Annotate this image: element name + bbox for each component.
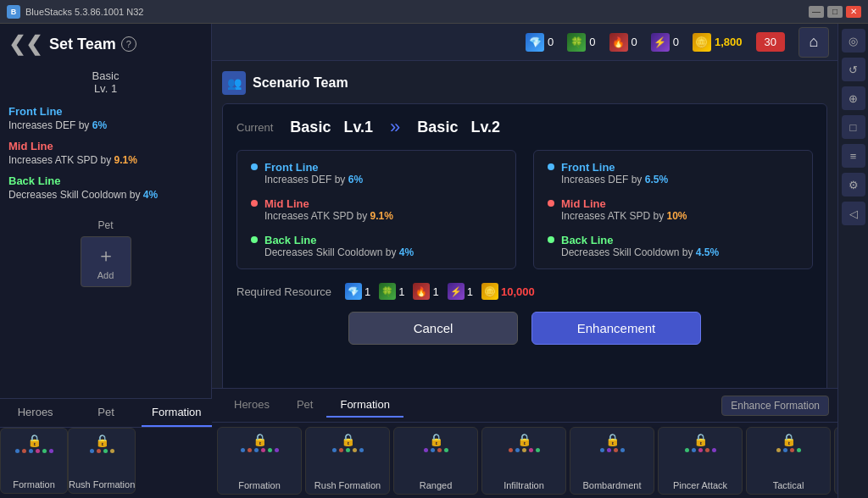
lock-container-0: 🔒 xyxy=(218,433,301,446)
mid-dot xyxy=(251,200,258,207)
req-green-icon: 🍀 xyxy=(379,283,396,300)
formation-card-main-0[interactable]: 🔒 Formation xyxy=(217,427,302,495)
current-level-info: Basic Lv.1 xyxy=(290,119,373,136)
current-front-line: Front Line Increases DEF by 6% xyxy=(251,161,502,185)
formation-card-name-3: Infiltration xyxy=(504,480,544,490)
level-badge-lv: Lv. 1 xyxy=(8,82,203,95)
next-mid-name: Mid Line xyxy=(561,197,687,210)
blue-resource-icon: 💎 xyxy=(526,33,544,52)
level-badge: Basic Lv. 1 xyxy=(8,69,203,95)
pet-label: Pet xyxy=(97,219,113,231)
sidebar-icon-settings[interactable]: ⚙ xyxy=(842,173,865,196)
next-back-name: Back Line xyxy=(561,234,719,246)
tab-formation[interactable]: Formation xyxy=(142,399,212,427)
next-back-line: Back Line Decreases Skill Cooldown by 4.… xyxy=(548,234,798,258)
green-resource-icon: 🍀 xyxy=(567,33,586,52)
current-front-desc: Increases DEF by 6% xyxy=(264,174,363,185)
formation-card-name-6: Tactical xyxy=(773,480,804,490)
mid-line-section: Mid Line Increases ATK SPD by 9.1% xyxy=(8,140,203,166)
tab-pet[interactable]: Pet xyxy=(70,399,141,427)
formation-card-main-5[interactable]: 🔒 Pincer Attack xyxy=(658,427,743,495)
formation-name-1: Rush Formation xyxy=(69,479,135,490)
sidebar-icon-2[interactable]: ⊕ xyxy=(842,86,865,110)
main-tab-formation[interactable]: Formation xyxy=(326,393,403,418)
back-dot xyxy=(251,236,258,243)
resource-gold: 🪙 1,800 xyxy=(693,33,743,52)
req-red-count: 1 xyxy=(432,285,438,298)
app-icon: B xyxy=(7,5,20,19)
sidebar-icon-3[interactable]: □ xyxy=(842,115,865,139)
purple-resource-icon: ⚡ xyxy=(651,33,670,52)
formation-card-name-0: Formation xyxy=(238,480,281,490)
purple-resource-value: 0 xyxy=(673,36,679,48)
formation-name-0: Formation xyxy=(13,479,55,490)
page-header: ❮❮ Set Team ? xyxy=(8,32,203,63)
maximize-button[interactable]: □ xyxy=(827,6,843,18)
formation-card-main-3[interactable]: 🔒 Infiltration xyxy=(481,427,566,495)
formation-card-1[interactable]: 🔒 Rush Formation xyxy=(68,428,136,494)
red-resource-value: 0 xyxy=(632,36,637,48)
enhance-formation-button[interactable]: Enhance Formation xyxy=(721,396,829,416)
formation-card-name-5: Pincer Attack xyxy=(673,480,727,490)
req-blue-icon: 💎 xyxy=(345,283,362,300)
lock-icon-m3: 🔒 xyxy=(517,433,531,446)
add-pet-button[interactable]: ＋ Add xyxy=(81,236,131,287)
req-blue-count: 1 xyxy=(364,285,370,298)
formation-cards-row: 🔒 Formation 🔒 Rush Formation xyxy=(212,423,837,498)
req-gold: 🪙 10,000 xyxy=(481,283,535,300)
formation-card-main-7[interactable]: 🔒 Defense xyxy=(834,427,837,495)
home-button[interactable]: ⌂ xyxy=(798,27,829,58)
main-tab-pet[interactable]: Pet xyxy=(283,393,327,418)
formation-card-main-2[interactable]: 🔒 Ranged xyxy=(393,427,478,495)
next-back-desc: Decreases Skill Cooldown by 4.5% xyxy=(561,246,719,258)
main-area: 💎 0 🍀 0 🔥 0 ⚡ 0 🪙 1,800 30 ⌂ xyxy=(212,24,837,498)
sidebar-icon-4[interactable]: ≡ xyxy=(842,144,865,168)
current-label: Current xyxy=(236,121,273,134)
next-mid-line: Mid Line Increases ATK SPD by 10% xyxy=(548,197,798,222)
formation-card-main-6[interactable]: 🔒 Tactical xyxy=(746,427,831,495)
current-stats-col: Front Line Increases DEF by 6% Mid Line xyxy=(236,150,516,269)
page-title: Set Team xyxy=(49,36,116,53)
tab-heroes[interactable]: Heroes xyxy=(0,399,70,427)
sidebar-icon-back[interactable]: ◁ xyxy=(842,202,865,225)
required-resources-row: Required Resource 💎 1 🍀 1 🔥 1 ⚡ xyxy=(236,283,813,300)
back-arrow-icon[interactable]: ❮❮ xyxy=(8,32,42,56)
scenario-title: Scenario Team xyxy=(253,75,348,91)
formation-card-name-1: Rush Formation xyxy=(314,480,381,490)
next-front-name: Front Line xyxy=(561,161,668,174)
next-front-desc: Increases DEF by 6.5% xyxy=(561,174,668,185)
lock-icon-m1: 🔒 xyxy=(341,433,355,446)
help-icon[interactable]: ? xyxy=(121,36,136,52)
formation-card-main-4[interactable]: 🔒 Bombardment xyxy=(570,427,654,495)
lock-icon-1: 🔒 xyxy=(95,434,109,447)
upgrade-header: Current Basic Lv.1 » Basic Lv.2 xyxy=(236,116,813,138)
stamina-button[interactable]: 30 xyxy=(756,32,785,52)
sidebar-icon-0[interactable]: ◎ xyxy=(842,29,865,53)
main-tab-heroes[interactable]: Heroes xyxy=(220,393,283,418)
formation-card-name-4: Bombardment xyxy=(582,480,641,490)
next-mid-dot xyxy=(548,200,554,207)
front-dot xyxy=(251,163,258,170)
minimize-button[interactable]: — xyxy=(809,6,824,18)
cancel-button[interactable]: Cancel xyxy=(348,312,518,345)
close-button[interactable]: ✕ xyxy=(846,6,861,18)
enhancement-button[interactable]: Enhancement xyxy=(531,312,701,345)
gold-resource-icon: 🪙 xyxy=(693,33,711,52)
formation-card-0[interactable]: 🔒 Formation xyxy=(0,428,68,494)
req-blue: 💎 1 xyxy=(345,283,370,300)
back-line-desc: Decreases Skill Cooldown by 4% xyxy=(8,189,203,201)
next-front-line: Front Line Increases DEF by 6.5% xyxy=(548,161,798,185)
scenario-header: 👥 Scenario Team xyxy=(222,71,827,95)
gold-resource-value: 1,800 xyxy=(715,36,743,48)
window-controls[interactable]: — □ ✕ xyxy=(809,6,861,18)
red-resource-icon: 🔥 xyxy=(609,33,628,52)
back-line-section: Back Line Decreases Skill Cooldown by 4% xyxy=(8,174,203,201)
next-front-dot xyxy=(548,163,554,170)
resource-green: 🍀 0 xyxy=(567,33,595,52)
sidebar-icon-1[interactable]: ↺ xyxy=(842,58,865,81)
stats-comparison: Front Line Increases DEF by 6% Mid Line xyxy=(236,150,813,269)
req-red-icon: 🔥 xyxy=(413,283,430,300)
formation-card-main-1[interactable]: 🔒 Rush Formation xyxy=(305,427,390,495)
green-resource-value: 0 xyxy=(589,36,595,48)
lock-icon-m5: 🔒 xyxy=(693,433,708,446)
